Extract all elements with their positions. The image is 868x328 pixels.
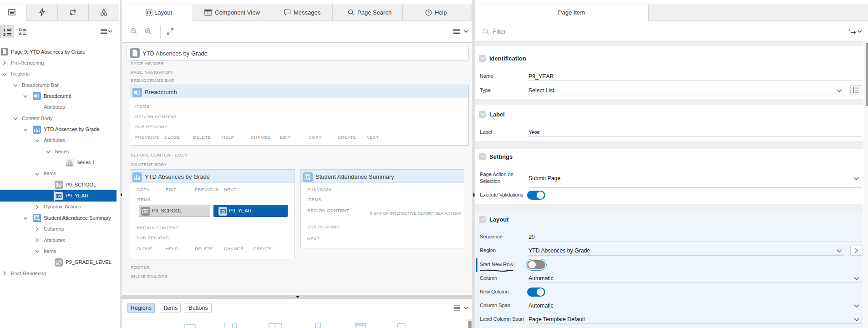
svg-text:2: 2: [3, 32, 5, 36]
svg-text:?: ?: [427, 10, 430, 15]
